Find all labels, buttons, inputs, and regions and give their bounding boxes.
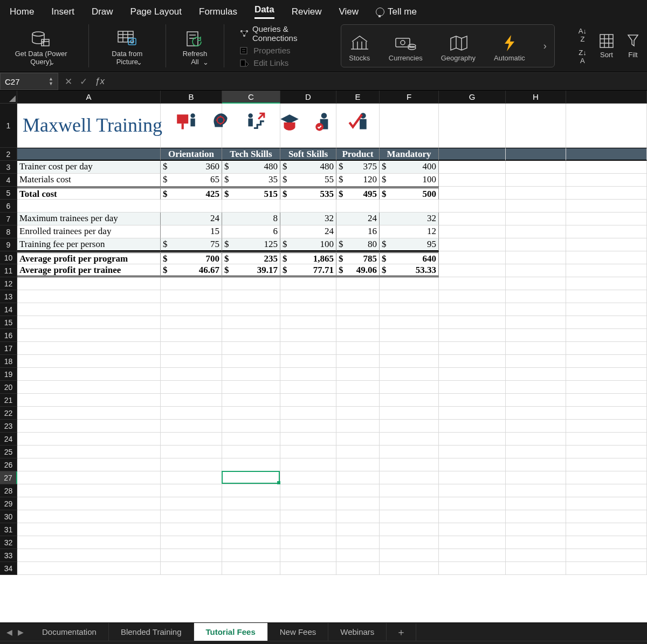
- cell[interactable]: $400: [380, 161, 439, 174]
- cell[interactable]: [506, 187, 566, 200]
- cell[interactable]: [161, 200, 222, 213]
- cell[interactable]: [506, 277, 566, 290]
- cell[interactable]: [222, 446, 280, 458]
- cell[interactable]: Total cost: [17, 187, 161, 200]
- select-all-corner[interactable]: [0, 91, 17, 104]
- cell[interactable]: [161, 497, 222, 510]
- stocks-button[interactable]: Stocks: [347, 28, 373, 64]
- cell[interactable]: [506, 433, 566, 446]
- cell[interactable]: [380, 510, 439, 523]
- cell[interactable]: $235: [222, 251, 280, 264]
- cell[interactable]: Materials cost: [17, 174, 161, 187]
- cell[interactable]: [506, 161, 566, 174]
- row-header-16[interactable]: 16: [0, 329, 17, 342]
- cell[interactable]: [566, 238, 647, 251]
- cell[interactable]: [380, 420, 439, 433]
- cell[interactable]: [17, 433, 161, 446]
- cell[interactable]: [336, 446, 380, 458]
- cell[interactable]: [222, 433, 280, 446]
- cell[interactable]: [161, 277, 222, 290]
- cell[interactable]: [380, 458, 439, 471]
- cell[interactable]: $495: [336, 187, 380, 200]
- cell[interactable]: [506, 251, 566, 264]
- row-header-14[interactable]: 14: [0, 303, 17, 316]
- tab-data[interactable]: Data: [254, 4, 274, 19]
- cell[interactable]: 8: [222, 213, 280, 225]
- cell[interactable]: [566, 407, 647, 420]
- cell[interactable]: [336, 200, 380, 213]
- cell[interactable]: [336, 484, 380, 497]
- cell[interactable]: [380, 549, 439, 562]
- cell[interactable]: [506, 316, 566, 329]
- cell[interactable]: [280, 394, 336, 407]
- cell[interactable]: [380, 200, 439, 213]
- cell[interactable]: [336, 433, 380, 446]
- cell[interactable]: $360: [161, 161, 222, 174]
- cell[interactable]: $1,865: [280, 251, 336, 264]
- cell[interactable]: Training fee per person: [17, 238, 161, 251]
- cell[interactable]: [280, 497, 336, 510]
- cell[interactable]: Soft Skills: [280, 148, 336, 161]
- cell[interactable]: [336, 342, 380, 355]
- name-box[interactable]: C27▲▼: [0, 73, 58, 90]
- cell[interactable]: [506, 381, 566, 394]
- cell[interactable]: [506, 264, 566, 277]
- currencies-button[interactable]: Currencies: [387, 28, 425, 64]
- cell[interactable]: $80: [336, 238, 380, 251]
- cell[interactable]: [161, 394, 222, 407]
- cell[interactable]: [336, 523, 380, 536]
- cell[interactable]: [17, 303, 161, 316]
- cell[interactable]: [566, 329, 647, 342]
- sort-az-za[interactable]: A↓Z Z↓A: [576, 26, 589, 66]
- cell[interactable]: [336, 381, 380, 394]
- cell[interactable]: [566, 381, 647, 394]
- cell[interactable]: [506, 536, 566, 549]
- edit-links-button[interactable]: Edit Links: [239, 58, 326, 67]
- cell[interactable]: [506, 394, 566, 407]
- filter-button[interactable]: Filt: [624, 32, 642, 60]
- cell[interactable]: [566, 471, 647, 484]
- cell[interactable]: [17, 381, 161, 394]
- cell[interactable]: [380, 484, 439, 497]
- cell[interactable]: [222, 368, 280, 381]
- cell[interactable]: [17, 484, 161, 497]
- row-header-32[interactable]: 32: [0, 536, 17, 549]
- sheet-tab-new-fees[interactable]: New Fees: [268, 623, 329, 641]
- col-header-B[interactable]: B: [161, 91, 222, 104]
- cell[interactable]: Mandatory: [380, 148, 439, 161]
- cell[interactable]: [506, 174, 566, 187]
- data-types-more[interactable]: ›: [541, 28, 549, 64]
- cell[interactable]: [161, 368, 222, 381]
- cell[interactable]: [336, 510, 380, 523]
- cell[interactable]: [439, 510, 506, 523]
- properties-button[interactable]: Properties: [239, 46, 326, 55]
- tab-insert[interactable]: Insert: [51, 6, 74, 17]
- fx-icon[interactable]: ƒx: [95, 76, 105, 87]
- cell[interactable]: [439, 225, 506, 238]
- cell[interactable]: [17, 510, 161, 523]
- cell[interactable]: [280, 381, 336, 394]
- col-header-C[interactable]: C: [222, 91, 280, 104]
- cell[interactable]: [336, 536, 380, 549]
- cell[interactable]: [380, 290, 439, 303]
- cell[interactable]: [439, 342, 506, 355]
- cell[interactable]: [439, 200, 506, 213]
- row-header-27[interactable]: 27: [0, 471, 17, 484]
- row-header-21[interactable]: 21: [0, 394, 17, 407]
- cell[interactable]: [17, 420, 161, 433]
- cell[interactable]: [506, 238, 566, 251]
- cell[interactable]: [439, 355, 506, 368]
- cell[interactable]: [506, 225, 566, 238]
- cell[interactable]: [222, 277, 280, 290]
- cell[interactable]: [161, 316, 222, 329]
- cell[interactable]: [439, 213, 506, 225]
- cell[interactable]: 6: [222, 225, 280, 238]
- cell[interactable]: [566, 148, 647, 161]
- sheet-tab-tutorial-fees[interactable]: Tutorial Fees: [194, 623, 268, 641]
- tab-draw[interactable]: Draw: [92, 6, 113, 17]
- sheet-tab-webinars[interactable]: Webinars: [328, 623, 387, 641]
- cell[interactable]: [566, 394, 647, 407]
- row-header-25[interactable]: 25: [0, 446, 17, 458]
- cell[interactable]: [336, 316, 380, 329]
- cell[interactable]: [566, 161, 647, 174]
